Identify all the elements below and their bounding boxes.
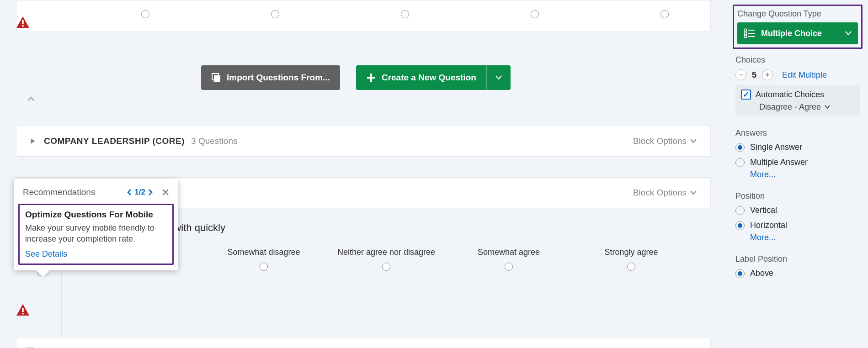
svg-point-12 <box>744 35 747 38</box>
svg-rect-7 <box>22 313 23 314</box>
svg-point-10 <box>744 32 747 35</box>
radio-option[interactable] <box>382 263 390 271</box>
radio-option[interactable] <box>271 10 279 18</box>
chevron-right-icon <box>148 189 153 195</box>
choices-header: Choices <box>735 55 860 65</box>
svg-rect-11 <box>748 33 755 34</box>
plus-icon <box>366 73 376 83</box>
block-header[interactable]: COMPANY LEADERSHIP (CORE) 3 Questions Bl… <box>16 126 711 157</box>
radio-option[interactable] <box>260 263 268 271</box>
svg-point-8 <box>744 29 747 32</box>
automatic-scale-dropdown[interactable]: Disagree - Agree <box>741 102 854 112</box>
svg-rect-0 <box>22 20 23 24</box>
close-recommendations[interactable] <box>162 189 169 196</box>
choices-count: 5 <box>752 70 756 80</box>
block-title: COMPANY LEADERSHIP (CORE) <box>44 136 185 146</box>
edit-multiple-link[interactable]: Edit Multiple <box>782 70 827 80</box>
import-label: Import Questions From... <box>227 73 330 83</box>
answers-multiple-radio[interactable]: Multiple Answer <box>735 158 860 167</box>
radio-option[interactable] <box>627 263 635 271</box>
radio-option[interactable] <box>531 10 539 18</box>
collapse-caret-icon[interactable] <box>27 96 35 101</box>
chevron-down-icon <box>495 75 502 80</box>
answers-header: Answers <box>735 128 860 138</box>
see-details-link[interactable]: See Details <box>25 249 167 259</box>
create-label: Create a New Question <box>382 73 476 83</box>
create-question-dropdown[interactable] <box>487 65 511 90</box>
radio-option[interactable] <box>401 10 409 18</box>
recommendation-card-title: Optimize Questions For Mobile <box>25 210 167 220</box>
radio-option[interactable] <box>660 10 669 18</box>
block-question-count: 3 Questions <box>191 136 237 146</box>
svg-rect-9 <box>748 30 755 31</box>
create-question-button[interactable]: Create a New Question <box>356 65 511 90</box>
radio-option[interactable] <box>141 10 149 18</box>
chevron-left-icon <box>127 189 132 195</box>
question-type-label: Multiple Choice <box>761 29 822 38</box>
recommendation-page: 1/2 <box>134 188 145 197</box>
block-options-menu[interactable]: Block Options <box>633 136 697 146</box>
position-horizontal-radio[interactable]: Horizontal <box>735 221 860 230</box>
warning-icon[interactable] <box>16 16 30 28</box>
import-questions-button[interactable]: Import Questions From... <box>201 65 340 90</box>
position-vertical-radio[interactable]: Vertical <box>735 206 860 215</box>
likert-radio-row <box>80 1 730 26</box>
position-more-link[interactable]: More... <box>750 233 860 243</box>
decrease-choices[interactable]: − <box>735 69 746 80</box>
choice-label: Somewhat agree <box>478 248 540 257</box>
next-recommendation[interactable] <box>148 189 153 195</box>
automatic-choices-box: ✓ Automatic Choices Disagree - Agree <box>735 85 860 116</box>
position-header: Position <box>735 191 860 201</box>
svg-rect-5 <box>367 77 375 79</box>
recommendations-popover: Recommendations 1/2 Optimize Questions F… <box>14 179 178 270</box>
question-row[interactable]: Q11 <box>16 338 711 348</box>
chevron-down-icon <box>690 190 697 195</box>
warning-icon[interactable] <box>16 304 30 316</box>
svg-rect-6 <box>22 308 23 312</box>
choice-label: Neither agree nor disagree <box>337 248 435 257</box>
svg-rect-13 <box>748 36 755 37</box>
radio-option[interactable] <box>505 263 513 271</box>
multiple-choice-icon <box>744 28 756 38</box>
label-above-radio[interactable]: Above <box>735 269 860 278</box>
label-position-header: Label Position <box>735 254 860 264</box>
choice-label: Strongly agree <box>604 248 658 257</box>
close-icon <box>162 189 169 196</box>
recommendation-card[interactable]: Optimize Questions For Mobile Make your … <box>18 204 174 265</box>
increase-choices[interactable]: + <box>762 69 773 80</box>
question-settings-sidebar: Change Question Type Multiple Choice Cho… <box>727 0 868 348</box>
import-icon <box>211 73 221 83</box>
svg-rect-1 <box>22 25 23 26</box>
svg-rect-3 <box>214 75 220 82</box>
answers-more-link[interactable]: More... <box>750 170 860 179</box>
chevron-down-icon <box>825 105 830 109</box>
recommendations-title: Recommendations <box>23 187 95 197</box>
block-options-menu[interactable]: Block Options <box>633 188 697 198</box>
automatic-choices-checkbox[interactable]: ✓ <box>741 90 751 100</box>
change-question-type-label: Change Question Type <box>737 9 858 19</box>
expand-triangle-icon[interactable] <box>30 138 36 144</box>
chevron-down-icon <box>845 31 852 36</box>
chevron-down-icon <box>690 139 697 143</box>
automatic-choices-label: Automatic Choices <box>756 90 824 100</box>
prev-recommendation[interactable] <box>127 189 132 195</box>
answers-single-radio[interactable]: Single Answer <box>735 142 860 152</box>
choice-label: Somewhat disagree <box>227 248 300 257</box>
question-type-dropdown[interactable]: Multiple Choice <box>737 22 858 44</box>
recommendation-card-desc: Make your survey mobile friendly to incr… <box>25 222 167 245</box>
